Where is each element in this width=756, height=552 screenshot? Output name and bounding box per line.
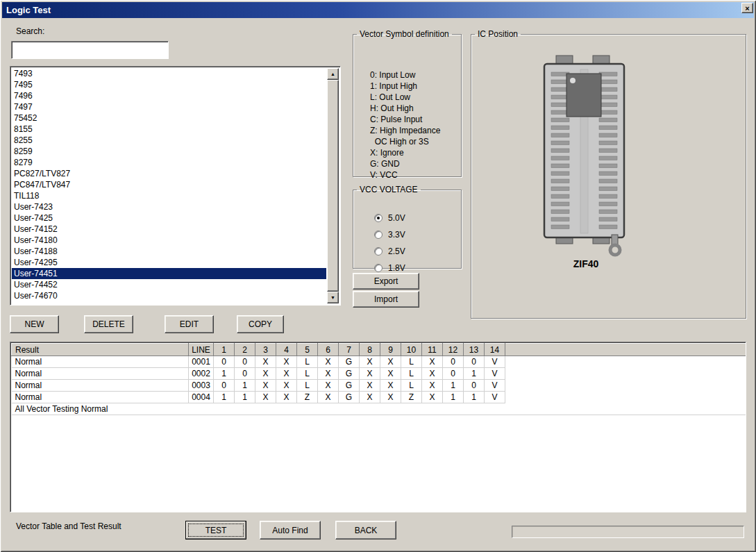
test-button[interactable]: TEST <box>185 521 246 540</box>
vector-cell: X <box>380 356 401 368</box>
vector-cell: X <box>255 392 276 403</box>
ic-position-group-title: IC Position <box>475 29 521 39</box>
table-row[interactable]: Normal000210XXLXGXXLX01V <box>12 368 746 380</box>
vector-cell: 1 <box>443 380 464 392</box>
column-header[interactable]: 4 <box>276 344 297 356</box>
list-item[interactable]: 8155 <box>12 124 326 135</box>
list-item[interactable]: User-74670 <box>12 290 326 301</box>
radio-icon[interactable] <box>374 231 383 239</box>
scrollbar-thumb[interactable] <box>327 80 339 292</box>
vector-cell: 0 <box>464 356 485 368</box>
list-item[interactable]: User-74451 <box>12 268 326 279</box>
delete-button[interactable]: DELETE <box>84 315 133 333</box>
column-header[interactable]: 3 <box>255 344 276 356</box>
result-header-row: ResultLINE1234567891011121314 <box>12 344 746 356</box>
list-item[interactable]: User-7425 <box>12 212 326 224</box>
column-header[interactable]: 5 <box>297 344 318 356</box>
vcc-option-label: 3.3V <box>388 230 405 240</box>
table-row[interactable]: Normal000301XXLXGXXLX10V <box>12 380 746 392</box>
list-item[interactable]: User-74180 <box>12 235 326 246</box>
column-header[interactable]: LINE <box>189 344 214 356</box>
vcc-option-label: 1.8V <box>388 263 405 273</box>
close-button[interactable]: × <box>741 3 753 13</box>
column-header[interactable]: 14 <box>485 344 505 356</box>
footer-status-label: Vector Table and Test Result <box>16 521 121 531</box>
vector-cell: Z <box>297 392 318 403</box>
filler-cell <box>505 392 746 403</box>
vcc-option-2.5V[interactable]: 2.5V <box>374 243 405 260</box>
auto-find-button[interactable]: Auto Find <box>260 521 321 540</box>
export-button[interactable]: Export <box>353 273 419 290</box>
result-table: ResultLINE1234567891011121314 Normal0001… <box>11 343 746 415</box>
vcc-option-3.3V[interactable]: 3.3V <box>374 226 405 243</box>
vector-cell: X <box>422 368 443 380</box>
vector-cell: 1 <box>214 368 235 380</box>
filler-cell <box>505 356 746 368</box>
column-header-filler <box>505 344 746 356</box>
list-item[interactable]: 7497 <box>12 101 326 112</box>
list-item[interactable]: User-74152 <box>12 224 326 235</box>
scrollbar[interactable]: ▲ ▼ <box>327 68 339 303</box>
vector-cell: L <box>297 356 318 368</box>
list-item[interactable]: User-74188 <box>12 246 326 257</box>
line-cell: 0002 <box>189 368 214 380</box>
column-header[interactable]: 2 <box>235 344 255 356</box>
import-button[interactable]: Import <box>353 291 419 308</box>
vector-cell: X <box>318 392 339 403</box>
list-item[interactable]: PC847/LTV847 <box>12 179 326 190</box>
vector-cell: 0 <box>235 356 255 368</box>
list-item[interactable]: User-7423 <box>12 201 326 212</box>
filler-cell <box>505 380 746 392</box>
column-header[interactable]: 6 <box>318 344 339 356</box>
vector-symbol-line: V: VCC <box>370 169 440 181</box>
list-item[interactable]: User-74452 <box>12 279 326 290</box>
new-button[interactable]: NEW <box>10 315 59 333</box>
list-item[interactable]: 8279 <box>12 157 326 168</box>
edit-button[interactable]: EDIT <box>165 315 214 333</box>
list-item[interactable]: 8259 <box>12 146 326 157</box>
vector-cell: G <box>339 356 360 368</box>
radio-icon[interactable] <box>374 247 383 256</box>
column-header[interactable]: 1 <box>214 344 235 356</box>
table-row[interactable]: Normal000100XXLXGXXLX00V <box>12 356 746 368</box>
vector-cell: X <box>255 356 276 368</box>
column-header[interactable]: 11 <box>422 344 443 356</box>
list-item[interactable]: 75452 <box>12 112 326 124</box>
window-title: Logic Test <box>2 5 51 15</box>
line-cell: 0004 <box>189 392 214 403</box>
back-button[interactable]: BACK <box>335 521 396 540</box>
vector-symbol-line: OC High or 3S <box>370 136 440 147</box>
radio-icon[interactable] <box>374 264 383 272</box>
column-header[interactable]: 10 <box>401 344 422 356</box>
column-header[interactable]: 9 <box>380 344 401 356</box>
search-input[interactable] <box>11 41 169 59</box>
arrow-down-icon: ▼ <box>330 295 335 300</box>
copy-button[interactable]: COPY <box>237 315 284 333</box>
ic-listbox: 7493749574967497754528155825582598279PC8… <box>10 66 341 306</box>
result-rows: Normal000100XXLXGXXLX00VNormal000210XXLX… <box>12 356 746 415</box>
logic-test-window: Logic Test × Search: 7493749574967497754… <box>0 0 756 552</box>
column-header[interactable]: 13 <box>464 344 485 356</box>
vector-cell: 0 <box>443 368 464 380</box>
scroll-down-button[interactable]: ▼ <box>327 292 339 303</box>
list-item[interactable]: TIL118 <box>12 190 326 201</box>
vector-cell: X <box>380 392 401 403</box>
radio-icon[interactable] <box>374 214 383 222</box>
column-header[interactable]: 12 <box>443 344 464 356</box>
vector-cell: G <box>339 380 360 392</box>
list-item[interactable]: 7496 <box>12 90 326 101</box>
list-item[interactable]: PC827/LTV827 <box>12 168 326 179</box>
scroll-up-button[interactable]: ▲ <box>327 68 339 80</box>
list-item[interactable]: 7495 <box>12 79 326 90</box>
list-item[interactable]: 8255 <box>12 135 326 146</box>
column-header[interactable]: Result <box>12 344 189 356</box>
list-item[interactable]: User-74295 <box>12 257 326 268</box>
column-header[interactable]: 8 <box>360 344 380 356</box>
vcc-option-5.0V[interactable]: 5.0V <box>374 210 405 226</box>
table-row[interactable]: Normal000411XXZXGXXZX11V <box>12 392 746 403</box>
vector-symbol-line: L: Out Low <box>370 92 440 103</box>
vector-cell: X <box>422 380 443 392</box>
column-header[interactable]: 7 <box>339 344 360 356</box>
result-cell: Normal <box>12 380 189 392</box>
list-item[interactable]: 7493 <box>12 68 326 79</box>
